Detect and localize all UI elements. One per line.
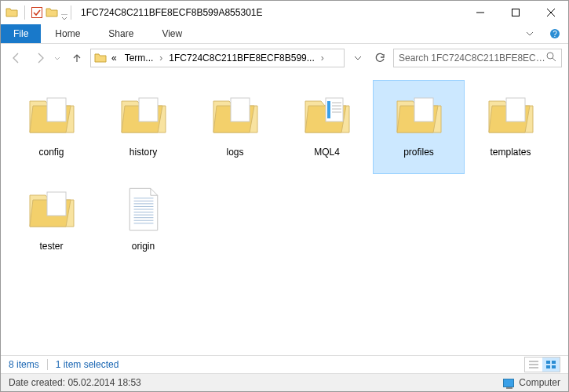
svg-rect-35 — [552, 361, 556, 364]
breadcrumb-part[interactable]: 1FC724C8C211BFE8ECF8B599... — [166, 53, 317, 64]
properties-icon[interactable] — [31, 7, 42, 18]
file-item[interactable]: origin — [97, 174, 189, 268]
item-label: logs — [226, 147, 243, 158]
file-tab[interactable]: File — [1, 24, 41, 43]
ribbon-tabs: File Home Share View ? — [1, 24, 568, 44]
new-folder-icon[interactable] — [46, 6, 58, 19]
computer-icon — [503, 379, 514, 387]
svg-rect-9 — [47, 98, 66, 122]
tab-share[interactable]: Share — [94, 24, 148, 43]
svg-rect-11 — [231, 98, 250, 122]
search-placeholder: Search 1FC724C8C211BFE8ECF8B599... — [399, 53, 546, 64]
svg-line-8 — [553, 58, 556, 61]
svg-rect-18 — [414, 98, 433, 122]
folder-item[interactable]: MQL4 — [281, 80, 373, 174]
quick-access-toolbar — [5, 5, 67, 20]
qat-dropdown-icon[interactable] — [61, 9, 67, 16]
details-bar: Date created: 05.02.2014 18:53 Computer — [1, 373, 568, 391]
chevron-right-icon[interactable]: › — [319, 53, 326, 64]
folder-icon — [299, 87, 356, 143]
date-created: Date created: 05.02.2014 18:53 — [9, 377, 141, 388]
item-label: history — [129, 147, 157, 158]
folder-item[interactable]: history — [97, 80, 189, 174]
svg-rect-37 — [552, 365, 556, 368]
tab-view[interactable]: View — [148, 24, 196, 43]
folder-icon — [483, 87, 539, 143]
item-label: config — [38, 147, 64, 158]
address-dropdown-icon[interactable] — [349, 49, 367, 67]
details-view-button[interactable] — [525, 358, 542, 372]
item-label: origin — [132, 241, 155, 252]
folder-item[interactable]: tester — [5, 174, 97, 268]
folder-item[interactable]: logs — [189, 80, 281, 174]
navigation-bar: « Term... › 1FC724C8C211BFE8ECF8B599... … — [1, 44, 568, 72]
folder-item[interactable]: profiles — [373, 80, 465, 174]
back-button[interactable] — [7, 49, 26, 67]
svg-rect-13 — [327, 101, 330, 118]
folder-icon — [391, 87, 447, 143]
breadcrumb-prefix[interactable]: « — [108, 53, 120, 64]
svg-rect-0 — [32, 8, 42, 18]
file-icon — [115, 181, 172, 238]
chevron-right-icon[interactable]: › — [158, 53, 164, 64]
folder-icon — [24, 87, 80, 143]
help-icon[interactable]: ? — [542, 24, 568, 43]
svg-rect-34 — [546, 361, 550, 364]
breadcrumb-part[interactable]: Term... — [122, 53, 157, 64]
view-switcher — [524, 357, 560, 372]
icons-view-button[interactable] — [542, 358, 560, 372]
folder-item[interactable]: templates — [465, 80, 556, 174]
minimize-button[interactable] — [462, 1, 498, 24]
svg-rect-19 — [506, 98, 525, 122]
title-bar: 1FC724C8C211BFE8ECF8B599A855301E — [1, 1, 568, 24]
history-dropdown-icon[interactable] — [54, 51, 64, 65]
status-bar: 8 items 1 item selected — [1, 355, 568, 373]
computer-indicator: Computer — [503, 377, 560, 388]
item-count: 8 items — [9, 359, 39, 370]
refresh-button[interactable] — [371, 49, 388, 67]
svg-rect-10 — [139, 98, 158, 122]
svg-point-7 — [547, 53, 553, 59]
svg-rect-20 — [47, 192, 66, 216]
computer-label: Computer — [519, 377, 560, 388]
folder-icon — [94, 52, 107, 64]
folder-icon — [24, 181, 80, 238]
folder-item[interactable]: config — [5, 80, 97, 174]
selection-count: 1 item selected — [56, 359, 119, 370]
address-bar[interactable]: « Term... › 1FC724C8C211BFE8ECF8B599... … — [90, 49, 345, 67]
close-button[interactable] — [533, 1, 568, 24]
search-icon — [546, 52, 556, 64]
folder-icon — [115, 87, 172, 143]
svg-rect-36 — [546, 365, 550, 368]
svg-text:?: ? — [553, 30, 557, 38]
window-controls — [462, 1, 568, 24]
folder-icon — [207, 87, 264, 143]
up-button[interactable] — [68, 49, 86, 67]
svg-rect-2 — [512, 9, 519, 16]
item-label: profiles — [403, 147, 434, 158]
forward-button[interactable] — [31, 49, 49, 67]
window-title: 1FC724C8C211BFE8ECF8B599A855301E — [81, 7, 462, 18]
folder-view[interactable]: confighistorylogsMQL4profilestemplateste… — [1, 72, 568, 355]
item-label: tester — [39, 241, 63, 252]
app-icon[interactable] — [5, 6, 18, 19]
item-label: MQL4 — [314, 147, 340, 158]
ribbon-expand-icon[interactable] — [518, 24, 542, 43]
maximize-button[interactable] — [498, 1, 533, 24]
search-input[interactable]: Search 1FC724C8C211BFE8ECF8B599... — [393, 49, 562, 67]
tab-home[interactable]: Home — [41, 24, 94, 43]
item-label: templates — [490, 147, 531, 158]
